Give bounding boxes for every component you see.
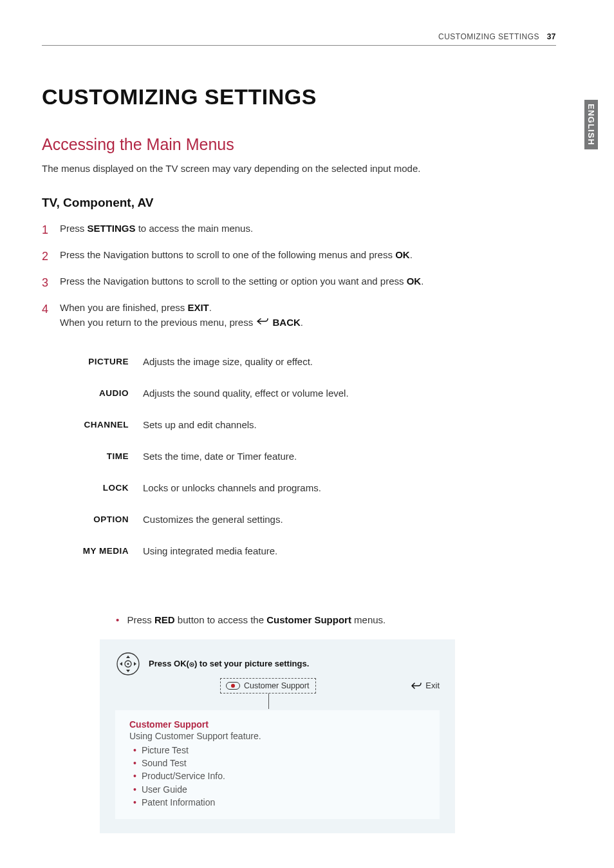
step-number: 1 [42,222,51,239]
list-item: Sound Test [133,757,425,769]
step-text: Press the Navigation buttons to scroll t… [60,248,413,265]
menu-row: MY MEDIAUsing integrated media feature. [68,545,556,556]
customer-support-label: Customer Support [244,681,309,690]
menu-desc: Sets up and edit channels. [143,419,257,430]
menu-desc: Using integrated media feature. [143,545,277,556]
red-button-note: Press RED button to access the Customer … [116,614,556,625]
menu-name: CHANNEL [68,420,129,429]
menu-name: LOCK [68,483,129,493]
back-arrow-icon [411,682,422,690]
menu-row: PICTUREAdjusts the image size, quality o… [68,356,556,367]
svg-point-4 [191,664,192,665]
menu-name: AUDIO [68,388,129,398]
cs-feature-list: Picture Test Sound Test Product/Service … [133,744,425,809]
list-item: Product/Service Info. [133,769,425,782]
intro-text: The menus displayed on the TV screen may… [42,163,556,174]
header-section: CUSTOMIZING SETTINGS [438,32,539,41]
exit-button[interactable]: Exit [411,681,440,690]
step-number: 4 [42,301,51,330]
menu-row: OPTIONCustomizes the general settings. [68,514,556,525]
list-item: User Guide [133,783,425,796]
menu-desc: Customizes the general settings. [143,514,283,525]
step-number: 2 [42,248,51,265]
section-heading: Accessing the Main Menus [42,135,556,154]
menu-row: CHANNELSets up and edit channels. [68,419,556,430]
ok-dot-icon [189,662,194,667]
menu-definitions: PICTUREAdjusts the image size, quality o… [68,356,556,556]
customer-support-button[interactable]: Customer Support [220,678,316,693]
list-item: Patent Information [133,796,425,809]
step-number: 3 [42,274,51,292]
red-button-icon [226,682,240,690]
menu-desc: Locks or unlocks channels and programs. [143,482,321,493]
menu-desc: Adjusts the sound quality, effect or vol… [143,388,349,399]
nav-dpad-icon [115,651,141,677]
menu-row: AUDIOAdjusts the sound quality, effect o… [68,388,556,399]
menu-desc: Adjusts the image size, quality or effec… [143,356,313,367]
step-4: 4 When you are finished, press EXIT. Whe… [42,301,556,330]
steps-list: 1 Press SETTINGS to access the main menu… [42,222,556,330]
menu-row: LOCKLocks or unlocks channels and progra… [68,482,556,493]
page-number: 37 [547,32,556,41]
step-text: Press SETTINGS to access the main menus. [60,222,253,239]
step-text: When you are finished, press EXIT. When … [60,301,303,330]
page-title: CUSTOMIZING SETTINGS [42,84,556,109]
osd-title: Press OK() to set your picture settings. [149,659,309,668]
header-rule [42,45,556,46]
osd-screenshot: Press OK() to set your picture settings.… [100,639,455,833]
menu-name: PICTURE [68,357,129,366]
step-1: 1 Press SETTINGS to access the main menu… [42,222,556,239]
osd-info-panel: Customer Support Using Customer Support … [115,710,440,819]
svg-point-2 [127,663,129,665]
menu-name: OPTION [68,514,129,524]
step-2: 2 Press the Navigation buttons to scroll… [42,248,556,265]
list-item: Picture Test [133,744,425,757]
menu-name: MY MEDIA [68,546,129,556]
cs-subtext: Using Customer Support feature. [129,731,425,741]
step-3: 3 Press the Navigation buttons to scroll… [42,274,556,292]
page-header: CUSTOMIZING SETTINGS 37 [42,32,556,45]
language-tab: ENGLISH [584,100,598,149]
menu-row: TIMESets the time, date or Timer feature… [68,451,556,462]
back-icon [257,316,268,330]
exit-label: Exit [425,681,440,690]
step-text: Press the Navigation buttons to scroll t… [60,274,423,292]
menu-name: TIME [68,451,129,461]
menu-desc: Sets the time, date or Timer feature. [143,451,297,462]
subsection-heading: TV, Component, AV [42,196,556,210]
cs-heading: Customer Support [129,719,425,730]
